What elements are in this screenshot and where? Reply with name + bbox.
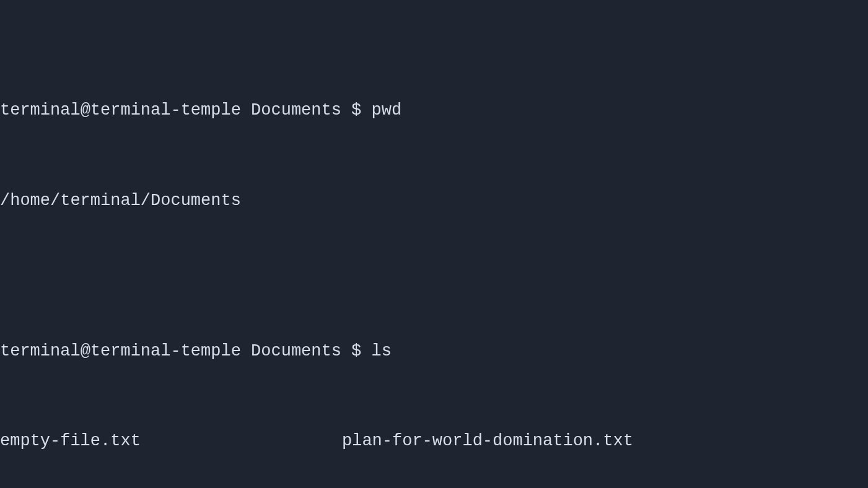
prompt-user: terminal [0, 101, 81, 120]
prompt-user: terminal [0, 342, 81, 360]
prompt-host: terminal-temple [90, 342, 241, 360]
terminal-output[interactable]: terminal@terminal-temple Documents $ pwd… [0, 5, 868, 488]
prompt-cwd: Documents [251, 101, 341, 120]
prompt-cwd: Documents [251, 342, 341, 360]
ls-entry: plan-for-world-domination.txt [342, 426, 633, 456]
ls-entry: empty-file.txt [0, 426, 342, 456]
output-line: /home/terminal/Documents [0, 186, 868, 216]
prompt-host: terminal-temple [90, 101, 241, 120]
prompt-symbol: $ [351, 101, 361, 120]
prompt-line: terminal@terminal-temple Documents $ ls [0, 336, 868, 367]
prompt-symbol: $ [351, 342, 361, 360]
prompt-line: terminal@terminal-temple Documents $ pwd [0, 95, 868, 126]
output-line: empty-file.txtplan-for-world-domination.… [0, 426, 868, 456]
command-text: ls [372, 342, 392, 360]
command-text: pwd [372, 101, 402, 120]
